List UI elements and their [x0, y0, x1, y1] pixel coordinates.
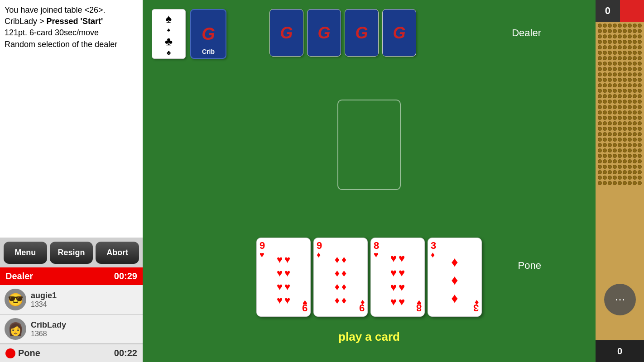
card-pips-9d: ♦♦ ♦♦ ♦♦ ♦♦: [335, 253, 346, 306]
card-rank-9h: 9: [260, 241, 265, 251]
peg-hole: [613, 159, 617, 163]
peg-row: [597, 110, 642, 114]
peg-hole: [638, 181, 642, 185]
player-card-8hearts[interactable]: 8 ♥ ♥♥ ♥♥ ♥♥ ♥♥ 8 ♥: [370, 238, 425, 317]
peg-hole: [608, 78, 612, 82]
peg-hole: [618, 121, 622, 125]
peg-hole: [608, 94, 612, 98]
peg-hole: [623, 40, 627, 44]
peg-hole: [638, 138, 642, 142]
peg-hole: [618, 67, 622, 71]
opponent-card-2[interactable]: G: [307, 9, 341, 57]
peg-row: [597, 83, 642, 87]
peg-hole: [618, 165, 622, 169]
peg-hole: [608, 159, 612, 163]
player-card-9diamonds[interactable]: 9 ♦ ♦♦ ♦♦ ♦♦ ♦♦ 9 ♦: [313, 238, 368, 317]
peg-hole: [608, 165, 612, 169]
peg-hole: [603, 24, 607, 28]
menu-button[interactable]: Menu: [4, 242, 47, 264]
peg-hole: [598, 83, 602, 87]
peg-hole: [638, 45, 642, 49]
peg-hole: [628, 138, 632, 142]
peg-hole: [633, 89, 637, 93]
peg-hole: [608, 105, 612, 109]
opponent-hand: G G G G: [269, 9, 416, 57]
peg-hole: [613, 100, 617, 104]
peg-row: [597, 105, 642, 109]
peg-hole: [638, 110, 642, 114]
peg-hole: [618, 132, 622, 136]
peg-hole: [613, 78, 617, 82]
peg-row: [597, 132, 642, 136]
player-card-3diamonds[interactable]: 3 ♦ ♦ ♦ ♦ 3 ♦: [428, 238, 482, 317]
peg-hole: [618, 29, 622, 33]
peg-hole: [608, 127, 612, 131]
resign-button[interactable]: Resign: [50, 242, 93, 264]
abort-button[interactable]: Abort: [96, 242, 139, 264]
peg-hole: [628, 116, 632, 120]
peg-hole: [603, 94, 607, 98]
peg-hole: [608, 181, 612, 185]
peg-row: [597, 121, 642, 125]
peg-hole: [638, 78, 642, 82]
game-area: ♠ ♠ ♣ ♣ G Crib G G G G Dealer 9: [143, 0, 596, 362]
score-circle-overlay: ⋯: [604, 284, 636, 315]
peg-hole: [618, 24, 622, 28]
play-card-prompt: play a card: [338, 330, 400, 344]
peg-hole: [598, 170, 602, 174]
peg-hole: [603, 159, 607, 163]
peg-hole: [638, 159, 642, 163]
peg-hole: [618, 51, 622, 55]
peg-hole: [633, 24, 637, 28]
peg-hole: [603, 34, 607, 38]
player-name-criblady: CribLady: [31, 320, 66, 330]
peg-hole: [598, 40, 602, 44]
peg-hole: [603, 148, 607, 152]
player-card-9hearts[interactable]: 9 ♥ ♥♥ ♥♥ ♥♥ ♥♥ 9 ♥: [256, 238, 311, 317]
peg-hole: [633, 56, 637, 60]
peg-hole: [638, 34, 642, 38]
card-pips-8h: ♥♥ ♥♥ ♥♥ ♥♥: [390, 252, 405, 308]
peg-hole: [618, 181, 622, 185]
peg-hole: [633, 159, 637, 163]
peg-hole: [613, 116, 617, 120]
peg-row: [597, 138, 642, 142]
peg-hole: [618, 40, 622, 44]
peg-hole: [638, 116, 642, 120]
opponent-card-3[interactable]: G: [345, 9, 379, 57]
peg-hole: [603, 40, 607, 44]
opponent-card-4[interactable]: G: [382, 9, 416, 57]
peg-hole: [613, 24, 617, 28]
peg-hole: [623, 62, 627, 66]
peg-hole: [613, 67, 617, 71]
peg-hole: [603, 78, 607, 82]
peg-hole: [638, 56, 642, 60]
spade-card: ♠ ♠ ♣ ♣: [152, 9, 186, 59]
peg-hole: [608, 132, 612, 136]
peg-hole: [608, 34, 612, 38]
peg-hole: [598, 89, 602, 93]
pone-status-bar: Pone 00:22: [0, 344, 143, 362]
peg-hole: [633, 94, 637, 98]
player-hand: 9 ♥ ♥♥ ♥♥ ♥♥ ♥♥ 9 ♥ 9 ♦ ♦♦ ♦♦ ♦♦: [256, 238, 482, 317]
card-pips-3d: ♦ ♦ ♦: [451, 254, 458, 305]
peg-hole: [598, 45, 602, 49]
peg-hole: [638, 154, 642, 158]
peg-hole: [628, 56, 632, 60]
peg-hole: [633, 138, 637, 142]
peg-hole: [618, 45, 622, 49]
peg-hole: [633, 51, 637, 55]
peg-hole: [603, 138, 607, 142]
peg-hole: [618, 110, 622, 114]
peg-hole: [603, 143, 607, 147]
peg-hole: [628, 110, 632, 114]
opponent-card-1[interactable]: G: [269, 9, 303, 57]
peg-hole: [608, 138, 612, 142]
peg-hole: [628, 127, 632, 131]
peg-hole: [633, 72, 637, 76]
peg-hole: [623, 148, 627, 152]
peg-hole: [623, 176, 627, 180]
chat-message-1: You have joined table <26>.: [5, 5, 138, 16]
peg-row: [597, 159, 642, 163]
peg-hole: [613, 154, 617, 158]
